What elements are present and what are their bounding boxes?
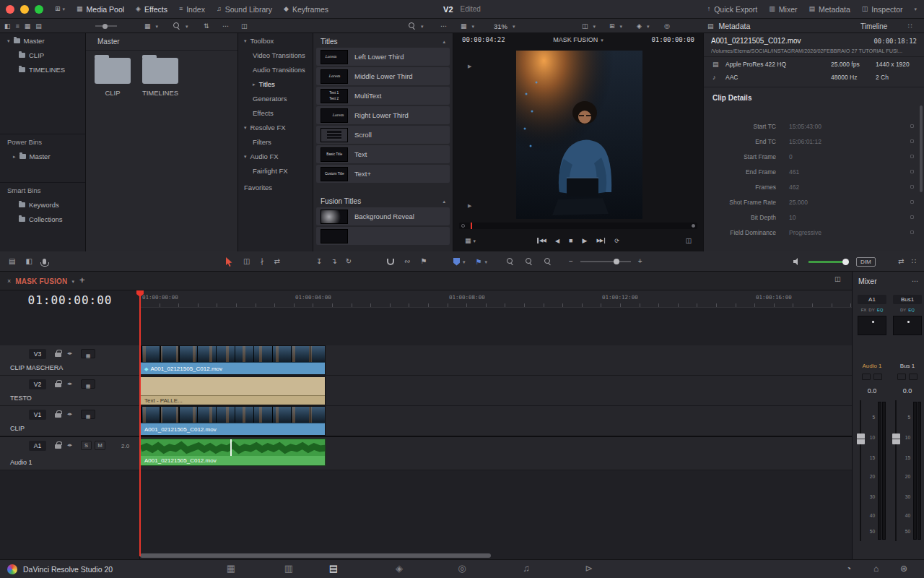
trim-edit-mode-icon[interactable]: ◫ <box>243 258 250 265</box>
clip-v3-video[interactable]: ◆A001_02121505_C012.mov <box>140 345 326 375</box>
sort-order-icon[interactable]: ⇅ <box>204 23 209 30</box>
fx-tree-toolbox[interactable]: ▾Toolbox <box>238 33 313 48</box>
media-pool-toggle-button[interactable]: ▦Media Pool <box>77 5 124 14</box>
track-lock-icon[interactable] <box>55 413 61 418</box>
project-manager-icon[interactable]: ◔ <box>846 564 851 574</box>
field-lock-icon[interactable] <box>910 155 914 158</box>
zoom-full-extent-icon[interactable] <box>507 258 514 265</box>
keyframes-toggle-button[interactable]: ◆Keyframes <box>284 5 328 14</box>
page-tab-fusion[interactable]: ◈ <box>386 561 412 578</box>
power-bins-header[interactable]: Power Bins <box>0 134 85 149</box>
field-lock-icon[interactable] <box>910 124 914 128</box>
tab-chevron-icon[interactable]: ▾ <box>71 279 74 284</box>
insert-clip-icon[interactable]: ↧ <box>316 258 322 265</box>
channel-button[interactable] <box>862 374 871 380</box>
timeline-zoom-slider[interactable] <box>580 261 631 262</box>
effects-toggle-button[interactable]: ◈Effects <box>136 5 167 14</box>
channel-label[interactable]: Bus1 <box>893 295 922 304</box>
collapse-icon[interactable]: ▴ <box>443 199 445 204</box>
solo-button[interactable]: S <box>81 441 92 450</box>
page-tab-deliver[interactable]: ⊳ <box>576 561 602 578</box>
home-icon[interactable]: ⌂ <box>873 564 879 574</box>
title-item-partial[interactable] <box>316 227 450 245</box>
collapse-icon[interactable]: ▴ <box>443 39 445 44</box>
viewer-split-icon[interactable]: ◫ <box>582 23 588 30</box>
title-item-multitext[interactable]: Text 1Text 2MultiText <box>316 87 450 105</box>
page-tab-fairlight[interactable]: ♫ <box>513 561 539 578</box>
fader-bus1[interactable]: 5 10 15 20 30 40 50 <box>892 400 923 548</box>
media-pool-options-icon[interactable]: ⋯ <box>222 23 229 30</box>
split-view-icon[interactable]: ◧ <box>25 258 32 265</box>
fader-handle[interactable] <box>892 434 900 444</box>
fx-badge[interactable]: FX <box>861 308 867 312</box>
viewer-overlay-icon[interactable]: ◈ <box>637 23 642 30</box>
field-lock-icon[interactable] <box>910 200 914 204</box>
fx-tree-fairlight-fx[interactable]: Fairlight FX <box>238 163 313 178</box>
play-button[interactable]: ▶ <box>582 237 587 244</box>
toolbar-options-icon[interactable]: ∷ <box>911 258 915 265</box>
power-bins-master[interactable]: ▸Master <box>0 149 85 163</box>
window-close-button[interactable] <box>6 5 14 14</box>
track-header-v2[interactable]: V2 ◂▸ ▦ TESTO <box>0 376 140 406</box>
timeline-ruler[interactable]: 01:00:00:00 01:00:04:00 01:00:08:00 01:0… <box>140 290 852 308</box>
viewer-flag-icon[interactable]: ▶ <box>468 203 471 209</box>
fx-tree-resolve-fx[interactable]: ▾Resolve FX <box>238 120 313 134</box>
page-tab-cut[interactable]: ▥ <box>276 561 302 578</box>
channel-button[interactable] <box>909 374 918 380</box>
page-tab-media[interactable]: ▦ <box>218 561 244 578</box>
timeline-tab-mask-fusion[interactable]: × MASK FUSION ▾ <box>4 272 77 290</box>
track-header-a1[interactable]: A1 ◂▸ S M 2.0 Audio 1 <box>0 437 140 470</box>
field-lock-icon[interactable] <box>910 139 914 143</box>
fx-tree-audio-fx[interactable]: ▾Audio FX <box>238 149 313 163</box>
fader-handle[interactable] <box>857 434 865 444</box>
audio-marker[interactable] <box>230 439 232 456</box>
window-zoom-button[interactable] <box>35 5 43 14</box>
title-item-left-lower-third[interactable]: LoremLeft Lower Third <box>316 48 450 66</box>
timeline-view-options-icon[interactable]: ▤ <box>9 258 15 265</box>
voiceover-mic-icon[interactable] <box>43 259 46 264</box>
clip-a1-audio[interactable]: A001_02121505_C012.mov <box>140 439 326 466</box>
new-timeline-tab-button[interactable]: + <box>79 275 85 285</box>
page-tab-color[interactable]: ◎ <box>449 561 475 578</box>
monitor-volume-slider[interactable] <box>808 261 849 263</box>
fader-a1[interactable]: 5 10 15 20 30 40 50 <box>857 400 887 548</box>
metadata-context-dropdown[interactable]: Timeline <box>860 22 887 30</box>
flag-clip-icon[interactable]: ⚑ <box>420 258 427 265</box>
track-lock-icon[interactable] <box>55 353 61 357</box>
timeline-scrollbar-horizontal[interactable] <box>140 553 491 558</box>
viewer-flag-icon[interactable]: ▶ <box>468 64 471 69</box>
fx-tree-filters[interactable]: Filters <box>238 134 313 149</box>
replace-clip-icon[interactable]: ↻ <box>346 258 352 265</box>
eq-badge[interactable]: EQ <box>908 308 915 312</box>
mute-button[interactable]: M <box>95 441 105 450</box>
title-item-background-reveal[interactable]: Background Reveal <box>316 207 450 225</box>
channel-button[interactable] <box>897 374 906 380</box>
viewer-settings-icon[interactable]: ◎ <box>664 23 670 30</box>
timeline-select-dropdown[interactable]: MASK FUSION▾ <box>553 36 603 43</box>
inspector-toggle-button[interactable]: ◫Inspector <box>862 5 903 14</box>
media-folder-clip[interactable]: CLIP <box>89 58 136 97</box>
smart-bin-keywords[interactable]: Keywords <box>0 197 85 212</box>
metadata-scrollbar[interactable] <box>920 105 923 192</box>
track-lock-icon[interactable] <box>55 383 61 387</box>
eq-badge[interactable]: EQ <box>877 308 884 312</box>
track-header-v3[interactable]: V3 ◂▸ ▦ CLIP MASCHERA <box>0 345 140 376</box>
metadata-options-icon[interactable]: ∷ <box>908 23 912 30</box>
field-lock-icon[interactable] <box>910 215 914 219</box>
fusion-titles-header[interactable]: Fusion Titles▴ <box>313 193 453 207</box>
timeline-panel-icon[interactable]: ◫ <box>834 276 841 282</box>
auto-select-icon[interactable]: ◂▸ <box>67 442 72 448</box>
fx-tree-generators[interactable]: Generators <box>238 91 313 105</box>
close-tab-icon[interactable]: × <box>7 277 11 285</box>
dynamic-trim-icon[interactable]: ⇄ <box>274 258 279 265</box>
track-lock-icon[interactable] <box>55 444 61 449</box>
in-point-handle[interactable] <box>461 224 465 228</box>
pan-control[interactable] <box>893 316 922 335</box>
titles-panel-header[interactable]: Titles▴ <box>313 33 453 48</box>
match-frame-icon[interactable]: ◫ <box>685 238 692 244</box>
smart-bin-collections[interactable]: Collections <box>0 212 85 226</box>
media-search-icon[interactable] <box>173 22 180 30</box>
thumbnail-view-icon[interactable]: ▦ <box>25 23 31 30</box>
timeline[interactable]: 01:00:00:00 01:00:00:00 01:00:04:00 01:0… <box>0 290 852 559</box>
sort-view-icon[interactable]: ▦ <box>144 23 151 30</box>
